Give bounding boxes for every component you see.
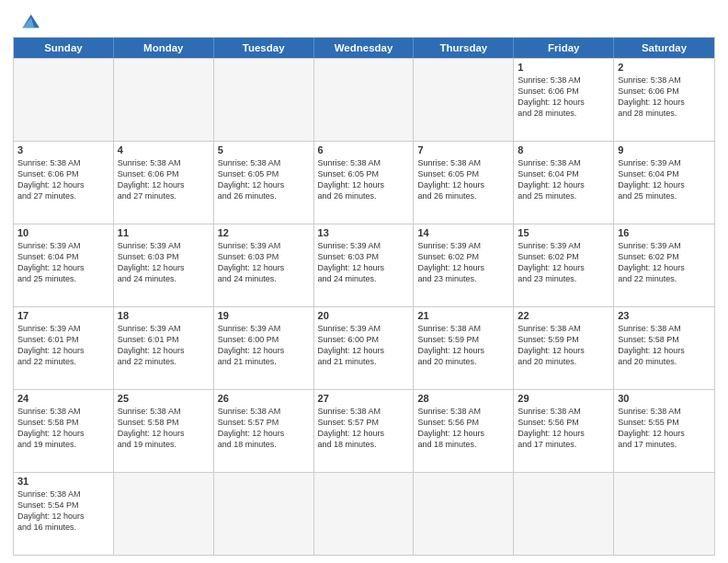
calendar: SundayMondayTuesdayWednesdayThursdayFrid… [13, 37, 715, 556]
day-info: Sunrise: 5:38 AM Sunset: 5:55 PM Dayligh… [618, 406, 711, 451]
day-info: Sunrise: 5:38 AM Sunset: 6:06 PM Dayligh… [118, 157, 210, 202]
day-info: Sunrise: 5:38 AM Sunset: 6:06 PM Dayligh… [518, 75, 609, 120]
day-info: Sunrise: 5:39 AM Sunset: 6:02 PM Dayligh… [518, 240, 609, 285]
day-info: Sunrise: 5:38 AM Sunset: 5:59 PM Dayligh… [518, 323, 609, 368]
day-info: Sunrise: 5:39 AM Sunset: 6:04 PM Dayligh… [618, 157, 711, 202]
cal-header-tuesday: Tuesday [214, 38, 314, 58]
cal-day-29: 29Sunrise: 5:38 AM Sunset: 5:56 PM Dayli… [514, 390, 614, 472]
day-info: Sunrise: 5:38 AM Sunset: 6:05 PM Dayligh… [318, 157, 410, 202]
day-number: 15 [518, 227, 609, 238]
day-number: 11 [118, 227, 210, 238]
cal-day-3: 3Sunrise: 5:38 AM Sunset: 6:06 PM Daylig… [14, 142, 114, 224]
day-info: Sunrise: 5:39 AM Sunset: 6:01 PM Dayligh… [118, 323, 210, 368]
calendar-header-row: SundayMondayTuesdayWednesdayThursdayFrid… [14, 38, 714, 58]
day-info: Sunrise: 5:38 AM Sunset: 5:58 PM Dayligh… [618, 323, 711, 368]
cal-day-8: 8Sunrise: 5:38 AM Sunset: 6:04 PM Daylig… [514, 142, 614, 224]
day-number: 3 [17, 144, 109, 155]
cal-day-24: 24Sunrise: 5:38 AM Sunset: 5:58 PM Dayli… [14, 390, 114, 472]
day-info: Sunrise: 5:38 AM Sunset: 5:58 PM Dayligh… [118, 406, 210, 451]
cal-day-26: 26Sunrise: 5:38 AM Sunset: 5:57 PM Dayli… [214, 390, 314, 472]
day-number: 8 [518, 144, 609, 155]
day-number: 6 [318, 144, 410, 155]
day-number: 21 [417, 310, 509, 321]
day-info: Sunrise: 5:38 AM Sunset: 6:04 PM Dayligh… [518, 157, 609, 202]
cal-day-empty [314, 473, 415, 555]
cal-day-empty [214, 473, 314, 555]
cal-header-sunday: Sunday [14, 38, 114, 58]
day-number: 14 [417, 227, 509, 238]
day-info: Sunrise: 5:39 AM Sunset: 6:00 PM Dayligh… [318, 323, 410, 368]
day-info: Sunrise: 5:39 AM Sunset: 6:01 PM Dayligh… [17, 323, 109, 368]
cal-day-empty [114, 473, 214, 555]
cal-week-4: 24Sunrise: 5:38 AM Sunset: 5:58 PM Dayli… [14, 389, 714, 472]
cal-day-31: 31Sunrise: 5:38 AM Sunset: 5:54 PM Dayli… [14, 473, 114, 555]
cal-day-2: 2Sunrise: 5:38 AM Sunset: 6:06 PM Daylig… [614, 59, 714, 141]
day-number: 26 [218, 393, 310, 404]
cal-header-thursday: Thursday [414, 38, 514, 58]
cal-day-28: 28Sunrise: 5:38 AM Sunset: 5:56 PM Dayli… [414, 390, 514, 472]
day-number: 4 [118, 144, 210, 155]
cal-day-empty [114, 59, 214, 141]
cal-day-19: 19Sunrise: 5:39 AM Sunset: 6:00 PM Dayli… [214, 307, 314, 389]
cal-day-18: 18Sunrise: 5:39 AM Sunset: 6:01 PM Dayli… [114, 307, 214, 389]
cal-week-1: 3Sunrise: 5:38 AM Sunset: 6:06 PM Daylig… [14, 141, 714, 224]
day-number: 10 [17, 227, 109, 238]
day-number: 28 [417, 393, 509, 404]
cal-day-21: 21Sunrise: 5:38 AM Sunset: 5:59 PM Dayli… [414, 307, 514, 389]
day-info: Sunrise: 5:38 AM Sunset: 5:56 PM Dayligh… [417, 406, 509, 451]
cal-day-7: 7Sunrise: 5:38 AM Sunset: 6:05 PM Daylig… [414, 142, 514, 224]
cal-week-2: 10Sunrise: 5:39 AM Sunset: 6:04 PM Dayli… [14, 224, 714, 306]
day-number: 22 [518, 310, 609, 321]
day-info: Sunrise: 5:38 AM Sunset: 6:06 PM Dayligh… [17, 157, 109, 202]
day-info: Sunrise: 5:39 AM Sunset: 6:03 PM Dayligh… [218, 240, 310, 285]
cal-day-27: 27Sunrise: 5:38 AM Sunset: 5:57 PM Dayli… [314, 390, 415, 472]
cal-day-16: 16Sunrise: 5:39 AM Sunset: 6:02 PM Dayli… [614, 224, 714, 306]
day-info: Sunrise: 5:38 AM Sunset: 6:05 PM Dayligh… [417, 157, 509, 202]
cal-day-9: 9Sunrise: 5:39 AM Sunset: 6:04 PM Daylig… [614, 142, 714, 224]
cal-day-empty [414, 473, 514, 555]
day-info: Sunrise: 5:39 AM Sunset: 6:03 PM Dayligh… [118, 240, 210, 285]
day-info: Sunrise: 5:38 AM Sunset: 6:05 PM Dayligh… [218, 157, 310, 202]
day-info: Sunrise: 5:38 AM Sunset: 5:59 PM Dayligh… [417, 323, 509, 368]
cal-day-25: 25Sunrise: 5:38 AM Sunset: 5:58 PM Dayli… [114, 390, 214, 472]
day-info: Sunrise: 5:38 AM Sunset: 5:54 PM Dayligh… [17, 488, 109, 534]
day-number: 31 [17, 476, 109, 487]
cal-header-wednesday: Wednesday [314, 38, 415, 58]
cal-header-friday: Friday [514, 38, 614, 58]
day-info: Sunrise: 5:38 AM Sunset: 6:06 PM Dayligh… [618, 75, 711, 120]
cal-day-empty [414, 59, 514, 141]
day-number: 9 [618, 144, 711, 155]
day-info: Sunrise: 5:38 AM Sunset: 5:58 PM Dayligh… [17, 406, 109, 451]
day-number: 16 [618, 227, 711, 238]
day-number: 19 [218, 310, 310, 321]
cal-week-0: 1Sunrise: 5:38 AM Sunset: 6:06 PM Daylig… [14, 58, 714, 141]
cal-day-23: 23Sunrise: 5:38 AM Sunset: 5:58 PM Dayli… [614, 307, 714, 389]
day-number: 5 [218, 144, 310, 155]
cal-week-5: 31Sunrise: 5:38 AM Sunset: 5:54 PM Dayli… [14, 472, 714, 555]
header [13, 11, 715, 31]
day-info: Sunrise: 5:39 AM Sunset: 6:04 PM Dayligh… [17, 240, 109, 285]
day-number: 30 [618, 393, 711, 404]
cal-day-1: 1Sunrise: 5:38 AM Sunset: 6:06 PM Daylig… [514, 59, 614, 141]
day-number: 27 [318, 393, 410, 404]
day-number: 25 [118, 393, 210, 404]
logo-icon [16, 11, 41, 31]
day-info: Sunrise: 5:39 AM Sunset: 6:03 PM Dayligh… [318, 240, 410, 285]
cal-day-11: 11Sunrise: 5:39 AM Sunset: 6:03 PM Dayli… [114, 224, 214, 306]
cal-day-empty [614, 473, 714, 555]
cal-day-14: 14Sunrise: 5:39 AM Sunset: 6:02 PM Dayli… [414, 224, 514, 306]
cal-day-20: 20Sunrise: 5:39 AM Sunset: 6:00 PM Dayli… [314, 307, 415, 389]
cal-day-12: 12Sunrise: 5:39 AM Sunset: 6:03 PM Dayli… [214, 224, 314, 306]
cal-day-30: 30Sunrise: 5:38 AM Sunset: 5:55 PM Dayli… [614, 390, 714, 472]
cal-day-empty [14, 59, 114, 141]
day-number: 2 [618, 62, 711, 73]
cal-day-4: 4Sunrise: 5:38 AM Sunset: 6:06 PM Daylig… [114, 142, 214, 224]
cal-day-empty [514, 473, 614, 555]
day-number: 1 [518, 62, 609, 73]
cal-header-monday: Monday [114, 38, 214, 58]
day-number: 23 [618, 310, 711, 321]
cal-day-17: 17Sunrise: 5:39 AM Sunset: 6:01 PM Dayli… [14, 307, 114, 389]
cal-day-empty [214, 59, 314, 141]
day-number: 7 [417, 144, 509, 155]
day-number: 13 [318, 227, 410, 238]
